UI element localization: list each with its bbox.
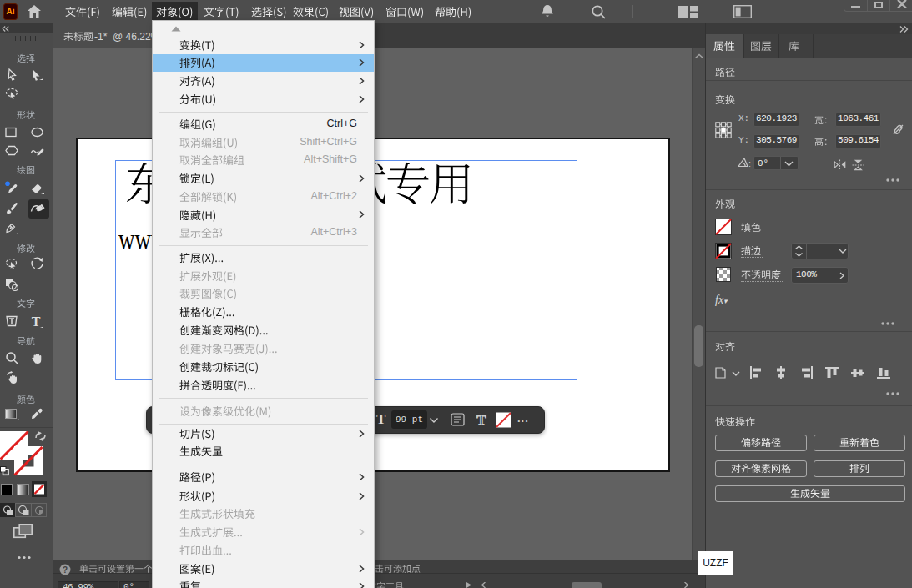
svg-text:T: T	[32, 314, 41, 329]
svg-text:T: T	[476, 412, 486, 428]
svg-text:?: ?	[63, 565, 68, 575]
